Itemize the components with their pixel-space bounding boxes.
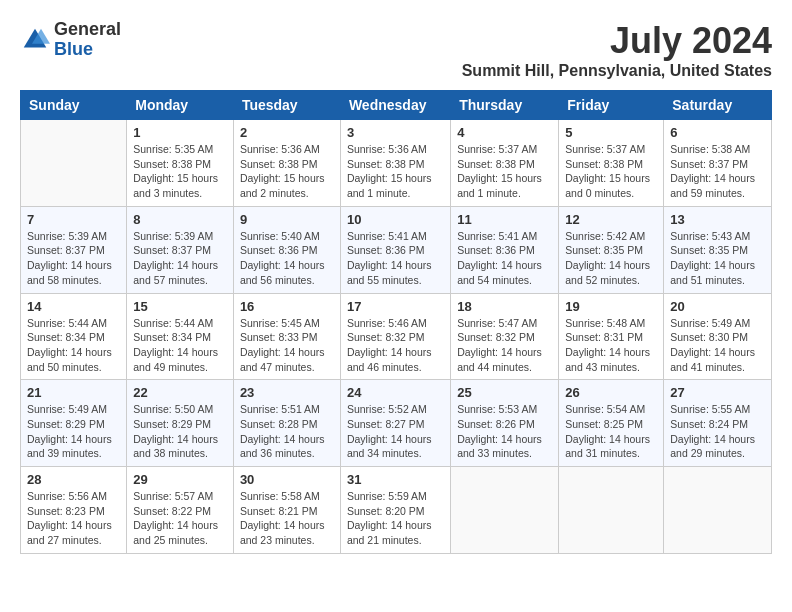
day-info: Sunrise: 5:39 AM Sunset: 8:37 PM Dayligh…: [133, 229, 227, 288]
table-row: 18Sunrise: 5:47 AM Sunset: 8:32 PM Dayli…: [451, 293, 559, 380]
day-number: 3: [347, 125, 444, 140]
table-row: 24Sunrise: 5:52 AM Sunset: 8:27 PM Dayli…: [340, 380, 450, 467]
table-row: 6Sunrise: 5:38 AM Sunset: 8:37 PM Daylig…: [664, 120, 772, 207]
logo-general: General: [54, 20, 121, 40]
table-row: 31Sunrise: 5:59 AM Sunset: 8:20 PM Dayli…: [340, 467, 450, 554]
table-row: 20Sunrise: 5:49 AM Sunset: 8:30 PM Dayli…: [664, 293, 772, 380]
month-title: July 2024: [462, 20, 772, 62]
table-row: 9Sunrise: 5:40 AM Sunset: 8:36 PM Daylig…: [233, 206, 340, 293]
table-row: 29Sunrise: 5:57 AM Sunset: 8:22 PM Dayli…: [127, 467, 234, 554]
table-row: [451, 467, 559, 554]
day-number: 29: [133, 472, 227, 487]
day-number: 19: [565, 299, 657, 314]
day-info: Sunrise: 5:35 AM Sunset: 8:38 PM Dayligh…: [133, 142, 227, 201]
header-sunday: Sunday: [21, 91, 127, 120]
day-info: Sunrise: 5:39 AM Sunset: 8:37 PM Dayligh…: [27, 229, 120, 288]
table-row: 13Sunrise: 5:43 AM Sunset: 8:35 PM Dayli…: [664, 206, 772, 293]
table-row: 7Sunrise: 5:39 AM Sunset: 8:37 PM Daylig…: [21, 206, 127, 293]
header: General Blue July 2024 Summit Hill, Penn…: [20, 20, 772, 80]
day-number: 10: [347, 212, 444, 227]
calendar-week-row: 14Sunrise: 5:44 AM Sunset: 8:34 PM Dayli…: [21, 293, 772, 380]
table-row: 5Sunrise: 5:37 AM Sunset: 8:38 PM Daylig…: [559, 120, 664, 207]
day-info: Sunrise: 5:37 AM Sunset: 8:38 PM Dayligh…: [565, 142, 657, 201]
day-number: 17: [347, 299, 444, 314]
day-info: Sunrise: 5:49 AM Sunset: 8:29 PM Dayligh…: [27, 402, 120, 461]
day-number: 13: [670, 212, 765, 227]
table-row: 10Sunrise: 5:41 AM Sunset: 8:36 PM Dayli…: [340, 206, 450, 293]
day-info: Sunrise: 5:46 AM Sunset: 8:32 PM Dayligh…: [347, 316, 444, 375]
day-number: 15: [133, 299, 227, 314]
day-info: Sunrise: 5:50 AM Sunset: 8:29 PM Dayligh…: [133, 402, 227, 461]
table-row: 25Sunrise: 5:53 AM Sunset: 8:26 PM Dayli…: [451, 380, 559, 467]
day-info: Sunrise: 5:47 AM Sunset: 8:32 PM Dayligh…: [457, 316, 552, 375]
day-number: 27: [670, 385, 765, 400]
location-title: Summit Hill, Pennsylvania, United States: [462, 62, 772, 80]
day-number: 16: [240, 299, 334, 314]
table-row: 8Sunrise: 5:39 AM Sunset: 8:37 PM Daylig…: [127, 206, 234, 293]
calendar-week-row: 1Sunrise: 5:35 AM Sunset: 8:38 PM Daylig…: [21, 120, 772, 207]
table-row: 3Sunrise: 5:36 AM Sunset: 8:38 PM Daylig…: [340, 120, 450, 207]
table-row: 14Sunrise: 5:44 AM Sunset: 8:34 PM Dayli…: [21, 293, 127, 380]
day-info: Sunrise: 5:55 AM Sunset: 8:24 PM Dayligh…: [670, 402, 765, 461]
header-monday: Monday: [127, 91, 234, 120]
header-tuesday: Tuesday: [233, 91, 340, 120]
logo-text: General Blue: [54, 20, 121, 60]
calendar-week-row: 28Sunrise: 5:56 AM Sunset: 8:23 PM Dayli…: [21, 467, 772, 554]
day-info: Sunrise: 5:58 AM Sunset: 8:21 PM Dayligh…: [240, 489, 334, 548]
day-info: Sunrise: 5:48 AM Sunset: 8:31 PM Dayligh…: [565, 316, 657, 375]
table-row: 12Sunrise: 5:42 AM Sunset: 8:35 PM Dayli…: [559, 206, 664, 293]
table-row: [21, 120, 127, 207]
day-info: Sunrise: 5:52 AM Sunset: 8:27 PM Dayligh…: [347, 402, 444, 461]
header-saturday: Saturday: [664, 91, 772, 120]
day-number: 23: [240, 385, 334, 400]
day-number: 30: [240, 472, 334, 487]
day-info: Sunrise: 5:49 AM Sunset: 8:30 PM Dayligh…: [670, 316, 765, 375]
table-row: 28Sunrise: 5:56 AM Sunset: 8:23 PM Dayli…: [21, 467, 127, 554]
table-row: [664, 467, 772, 554]
day-info: Sunrise: 5:37 AM Sunset: 8:38 PM Dayligh…: [457, 142, 552, 201]
table-row: 26Sunrise: 5:54 AM Sunset: 8:25 PM Dayli…: [559, 380, 664, 467]
header-thursday: Thursday: [451, 91, 559, 120]
day-info: Sunrise: 5:41 AM Sunset: 8:36 PM Dayligh…: [457, 229, 552, 288]
table-row: 21Sunrise: 5:49 AM Sunset: 8:29 PM Dayli…: [21, 380, 127, 467]
table-row: 16Sunrise: 5:45 AM Sunset: 8:33 PM Dayli…: [233, 293, 340, 380]
calendar-table: Sunday Monday Tuesday Wednesday Thursday…: [20, 90, 772, 554]
table-row: 22Sunrise: 5:50 AM Sunset: 8:29 PM Dayli…: [127, 380, 234, 467]
table-row: 23Sunrise: 5:51 AM Sunset: 8:28 PM Dayli…: [233, 380, 340, 467]
day-info: Sunrise: 5:54 AM Sunset: 8:25 PM Dayligh…: [565, 402, 657, 461]
logo-blue: Blue: [54, 40, 121, 60]
day-number: 25: [457, 385, 552, 400]
table-row: [559, 467, 664, 554]
day-number: 20: [670, 299, 765, 314]
day-info: Sunrise: 5:53 AM Sunset: 8:26 PM Dayligh…: [457, 402, 552, 461]
day-info: Sunrise: 5:44 AM Sunset: 8:34 PM Dayligh…: [133, 316, 227, 375]
calendar-header-row: Sunday Monday Tuesday Wednesday Thursday…: [21, 91, 772, 120]
day-number: 8: [133, 212, 227, 227]
table-row: 2Sunrise: 5:36 AM Sunset: 8:38 PM Daylig…: [233, 120, 340, 207]
header-wednesday: Wednesday: [340, 91, 450, 120]
day-number: 26: [565, 385, 657, 400]
day-number: 9: [240, 212, 334, 227]
table-row: 19Sunrise: 5:48 AM Sunset: 8:31 PM Dayli…: [559, 293, 664, 380]
day-number: 2: [240, 125, 334, 140]
day-number: 24: [347, 385, 444, 400]
day-number: 18: [457, 299, 552, 314]
calendar-week-row: 7Sunrise: 5:39 AM Sunset: 8:37 PM Daylig…: [21, 206, 772, 293]
day-info: Sunrise: 5:59 AM Sunset: 8:20 PM Dayligh…: [347, 489, 444, 548]
day-info: Sunrise: 5:45 AM Sunset: 8:33 PM Dayligh…: [240, 316, 334, 375]
day-info: Sunrise: 5:36 AM Sunset: 8:38 PM Dayligh…: [347, 142, 444, 201]
day-info: Sunrise: 5:44 AM Sunset: 8:34 PM Dayligh…: [27, 316, 120, 375]
day-number: 7: [27, 212, 120, 227]
title-section: July 2024 Summit Hill, Pennsylvania, Uni…: [462, 20, 772, 80]
day-info: Sunrise: 5:57 AM Sunset: 8:22 PM Dayligh…: [133, 489, 227, 548]
day-info: Sunrise: 5:40 AM Sunset: 8:36 PM Dayligh…: [240, 229, 334, 288]
table-row: 30Sunrise: 5:58 AM Sunset: 8:21 PM Dayli…: [233, 467, 340, 554]
day-number: 21: [27, 385, 120, 400]
day-number: 4: [457, 125, 552, 140]
table-row: 11Sunrise: 5:41 AM Sunset: 8:36 PM Dayli…: [451, 206, 559, 293]
day-number: 31: [347, 472, 444, 487]
day-info: Sunrise: 5:56 AM Sunset: 8:23 PM Dayligh…: [27, 489, 120, 548]
day-info: Sunrise: 5:36 AM Sunset: 8:38 PM Dayligh…: [240, 142, 334, 201]
day-number: 28: [27, 472, 120, 487]
day-number: 6: [670, 125, 765, 140]
